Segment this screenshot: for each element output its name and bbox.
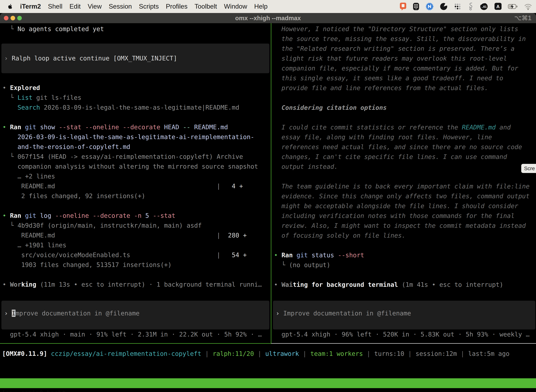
omx-status-segment: cczip/essay/ai-reimplementation-copyleft: [47, 350, 201, 357]
omx-status-segment: ultrawork: [265, 350, 299, 357]
reasoning-line: evidence. Since this change only affects…: [274, 191, 536, 201]
text-segment: However, I noticed the "Directory Struct…: [274, 25, 518, 33]
text-segment: Ralph loop active continue [OMX_TMUX_INJ…: [12, 55, 177, 62]
text-segment: git ls-files: [33, 94, 81, 101]
omx-status-segment: last:5m ago: [468, 350, 509, 357]
squiggle-icon[interactable]: [467, 2, 474, 11]
text-segment: mprove documentation in @filename: [15, 310, 139, 317]
text-segment: Ran: [282, 252, 293, 259]
model-status-line: gpt-5.4 xhigh · 96% left · 520K in · 5.8…: [274, 330, 536, 339]
input-source-a-icon[interactable]: A: [494, 2, 502, 10]
text-segment: •: [274, 281, 282, 288]
reasoning-line: provide file and line references from th…: [274, 83, 536, 93]
dots-grid-icon[interactable]: [454, 2, 461, 10]
command-arg-line: and-the-erosion-of-copyleft.md: [2, 142, 271, 152]
diffstat-line: src/voice/voiceModeEnabled.ts | 54 +: [2, 250, 271, 260]
recording-indicator-icon[interactable]: [400, 2, 407, 11]
menu-item-session[interactable]: Session: [109, 3, 132, 10]
text-segment: slight risk that future readers may over…: [274, 55, 507, 62]
command-line: • Ran git show --stat --oneline --decora…: [2, 122, 271, 132]
menu-item-edit[interactable]: Edit: [69, 3, 81, 10]
menu-item-scripts[interactable]: Scripts: [139, 3, 159, 10]
text-segment: git: [293, 252, 308, 259]
command-output-line: └ 4b9d30f (origin/main, instructkr/main,…: [2, 221, 271, 230]
menu-item-toolbelt[interactable]: Toolbelt: [195, 3, 217, 10]
text-segment: references need actual files, and since …: [274, 143, 522, 150]
text-segment: 2026-03-09-is-legal-the-same-as-legitima…: [2, 133, 254, 140]
reasoning-line: I could cite commit statistics or refere…: [274, 122, 536, 132]
tmux-pane-right[interactable]: However, I noticed the "Directory Struct…: [272, 23, 536, 339]
text-segment: └: [2, 25, 18, 33]
menu-items: iTerm2ShellEditViewSessionScriptsProfile…: [20, 3, 268, 10]
shutter-circle-icon[interactable]: [440, 2, 448, 10]
keypad-shield-icon[interactable]: [412, 2, 420, 10]
command-output-line: … +1901 lines: [2, 240, 271, 250]
menu-item-help[interactable]: Help: [254, 3, 268, 10]
text-segment: ›: [276, 310, 283, 317]
menu-item-profiles[interactable]: Profiles: [166, 3, 187, 10]
reasoning-line: the "Related research writing" section i…: [274, 44, 536, 54]
prompt-input[interactable]: › Improve documentation in @filename: [1, 301, 269, 330]
terminal-window: omx --xhigh --madmax ⌥⌘1 └ No agents com…: [0, 13, 536, 392]
tool-call-line: Search 2026-03-09-is-legal-the-same-as-l…: [2, 103, 271, 112]
text-segment: … +1901 lines: [2, 242, 66, 249]
text-segment: ting for background terminal: [293, 281, 398, 288]
diffstat-line: README.md | 280 +: [2, 230, 271, 240]
text-segment: --oneline --decorate: [51, 212, 130, 219]
text-segment: this single essay, it seems like a good …: [274, 75, 503, 82]
text-segment: 2026-03-09-is-legal-the-same-as-legitima…: [40, 104, 239, 111]
text-cursor: I: [12, 310, 15, 317]
sync-badge-icon[interactable]: [426, 2, 434, 10]
reasoning-heading: Considering citation options: [274, 103, 536, 112]
menu-item-shell[interactable]: Shell: [48, 3, 62, 10]
text-segment: 5: [142, 212, 149, 219]
text-segment: The team guideline is to back every impo…: [274, 183, 530, 190]
terminal-line: [274, 112, 536, 122]
text-segment: might be acceptable alongside the file l…: [274, 202, 518, 210]
prompt-input[interactable]: › Improve documentation in @filename: [273, 301, 535, 330]
omx-status-segment: |: [299, 350, 310, 357]
reasoning-line: including verification notes with those …: [274, 211, 536, 221]
text-segment: •: [2, 123, 10, 131]
wifi-icon[interactable]: [524, 2, 532, 10]
text-segment: status: [308, 252, 334, 259]
explored-header: • Explored: [2, 83, 271, 93]
text-segment: (1m 41s • esc to interrupt): [398, 281, 503, 288]
omx-status-segment: |: [201, 350, 213, 357]
omx-status-segment: session:12m: [416, 350, 457, 357]
battery-cycle-badge-icon[interactable]: ..61: [480, 2, 488, 11]
menu-bar: iTerm2ShellEditViewSessionScriptsProfile…: [0, 0, 536, 13]
reasoning-line: essay file, along with finding root file…: [274, 132, 536, 142]
menu-item-iterm2[interactable]: iTerm2: [20, 3, 41, 10]
reasoning-line: the source tree, missing the essay. Stil…: [274, 34, 536, 44]
reasoning-line: changes, I can't cite specific file line…: [274, 152, 536, 162]
menu-item-view[interactable]: View: [88, 3, 102, 10]
text-segment: └ 4b9d30f (origin/main, instructkr/main,…: [2, 222, 202, 229]
text-segment: the source tree, missing the essay. Stil…: [274, 35, 526, 42]
menu-item-window[interactable]: Window: [224, 3, 247, 10]
title-bar[interactable]: omx --xhigh --madmax ⌥⌘1: [0, 13, 536, 23]
apple-menu-icon[interactable]: [7, 3, 13, 10]
tmux-pane-left[interactable]: └ No agents completed yet› Ralph loop ac…: [0, 23, 271, 339]
command-output-line: └ (no output): [274, 260, 536, 270]
omx-status-segment: team:1 workers: [310, 350, 363, 357]
battery-icon[interactable]: [508, 2, 518, 10]
text-segment: Wor: [10, 281, 21, 288]
omx-status-segment: |: [404, 350, 416, 357]
window-shortcut-badge: ⌥⌘1: [514, 13, 531, 23]
ralph-loop-box[interactable]: › Ralph loop active continue [OMX_TMUX_I…: [1, 44, 269, 73]
reasoning-line: companion file, especially if more comme…: [274, 63, 536, 73]
text-segment: of focusing solely on file lines.: [274, 232, 406, 239]
omx-status-line: [OMX#0.11.9] cczip/essay/ai-reimplementa…: [2, 349, 509, 359]
text-segment: changes, I can't cite specific file line…: [274, 153, 507, 160]
diffstat-summary-line: 2 files changed, 92 insertions(+): [2, 191, 271, 201]
text-segment: Considering citation options: [274, 104, 387, 111]
agents-status-line: └ No agents completed yet: [2, 24, 271, 34]
screen: iTerm2ShellEditViewSessionScriptsProfile…: [0, 0, 536, 392]
diffstat-line: README.md | 4 +: [2, 181, 271, 191]
battery-cycle-label: ..61: [482, 5, 487, 9]
pane-divider-vertical[interactable]: [271, 23, 271, 343]
screen-share-tooltip[interactable]: Scre: [521, 164, 536, 173]
command-output-line: companion analysis without altering the …: [2, 162, 271, 171]
text-segment: Explored: [10, 84, 40, 91]
